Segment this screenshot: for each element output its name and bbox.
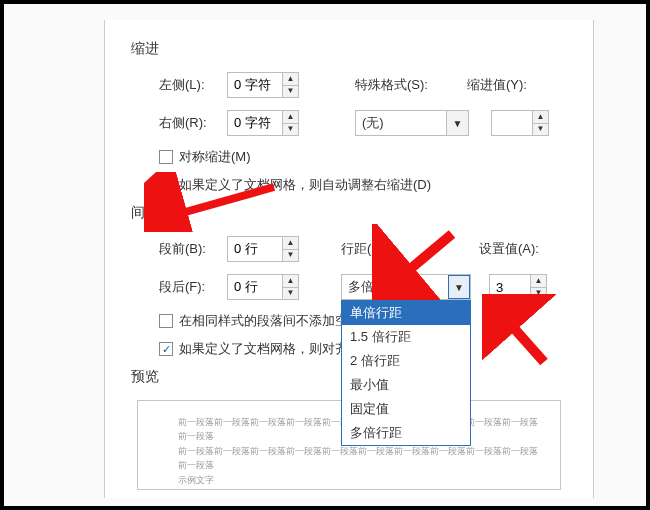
set-value-label: 设置值(A):: [479, 240, 547, 258]
before-input[interactable]: [228, 237, 282, 261]
special-format-select[interactable]: (无) ▼: [355, 110, 469, 136]
chevron-up-icon[interactable]: ▲: [283, 275, 298, 288]
paragraph-dialog: 缩进 左侧(L): ▲ ▼ 特殊格式(S): 缩进值(Y): 右侧(R): ▲ …: [104, 20, 594, 498]
preview-line: 前一段落前一段落前一段落前一段落前一段落前一段落前一段落前一段落前一段落前一段落…: [178, 444, 540, 473]
dropdown-option-min[interactable]: 最小值: [342, 373, 470, 397]
before-spinner[interactable]: ▲ ▼: [227, 236, 299, 262]
snap-grid-checkbox[interactable]: [159, 342, 173, 356]
line-spacing-select[interactable]: 多倍行距 ▼ 单倍行距 1.5 倍行距 2 倍行距 最小值 固定值 多倍行距: [341, 274, 471, 300]
no-space-same-label: 在相同样式的段落间不添加空格: [179, 312, 361, 330]
auto-adjust-row: 如果定义了文档网格，则自动调整右缩进(D): [159, 176, 567, 194]
set-value-spinner[interactable]: ▲ ▼: [489, 274, 547, 300]
spacing-section-title: 间距: [131, 204, 567, 222]
chevron-up-icon[interactable]: ▲: [533, 111, 548, 124]
chevron-down-icon[interactable]: ▼: [531, 288, 546, 300]
after-label: 段后(F):: [159, 278, 219, 296]
indent-right-input[interactable]: [228, 111, 282, 135]
indent-left-spinner[interactable]: ▲ ▼: [227, 72, 299, 98]
mirror-indent-label: 对称缩进(M): [179, 148, 251, 166]
dropdown-option-2[interactable]: 2 倍行距: [342, 349, 470, 373]
line-spacing-dropdown: 单倍行距 1.5 倍行距 2 倍行距 最小值 固定值 多倍行距: [341, 300, 471, 446]
chevron-up-icon[interactable]: ▲: [283, 237, 298, 250]
indent-left-label: 左侧(L):: [159, 76, 219, 94]
chevron-down-icon[interactable]: ▼: [533, 124, 548, 136]
chevron-up-icon[interactable]: ▲: [283, 111, 298, 124]
chevron-down-icon[interactable]: ▼: [283, 250, 298, 262]
set-value-input[interactable]: [490, 275, 530, 299]
no-space-same-checkbox[interactable]: [159, 314, 173, 328]
preview-line: 示例文字: [178, 473, 540, 487]
chevron-down-icon[interactable]: ▼: [283, 288, 298, 300]
auto-adjust-checkbox[interactable]: [159, 178, 173, 192]
after-spinner[interactable]: ▲ ▼: [227, 274, 299, 300]
indent-value-input[interactable]: [492, 111, 532, 135]
chevron-down-icon[interactable]: ▼: [446, 111, 468, 135]
special-format-value: (无): [356, 111, 446, 135]
special-format-label: 特殊格式(S):: [355, 76, 445, 94]
dropdown-option-single[interactable]: 单倍行距: [342, 301, 470, 325]
indent-section-title: 缩进: [131, 40, 567, 58]
chevron-down-icon[interactable]: ▼: [283, 124, 298, 136]
chevron-down-icon[interactable]: ▼: [283, 86, 298, 98]
indent-right-label: 右侧(R):: [159, 114, 219, 132]
mirror-indent-row: 对称缩进(M): [159, 148, 567, 166]
dropdown-option-1-5[interactable]: 1.5 倍行距: [342, 325, 470, 349]
indent-left-row: 左侧(L): ▲ ▼ 特殊格式(S): 缩进值(Y):: [159, 72, 567, 98]
chevron-down-icon[interactable]: ▼: [448, 275, 470, 299]
line-spacing-value: 多倍行距: [342, 275, 448, 299]
indent-value-label: 缩进值(Y):: [467, 76, 535, 94]
indent-value-spinner[interactable]: ▲ ▼: [491, 110, 549, 136]
before-label: 段前(B):: [159, 240, 219, 258]
spacing-before-row: 段前(B): ▲ ▼ 行距(N): 设置值(A):: [159, 236, 567, 262]
indent-right-spinner[interactable]: ▲ ▼: [227, 110, 299, 136]
indent-left-input[interactable]: [228, 73, 282, 97]
dropdown-option-fixed[interactable]: 固定值: [342, 397, 470, 421]
spacing-after-row: 段后(F): ▲ ▼ 多倍行距 ▼ 单倍行距 1.5 倍行距 2 倍行距 最小值…: [159, 274, 567, 300]
chevron-up-icon[interactable]: ▲: [283, 73, 298, 86]
chevron-up-icon[interactable]: ▲: [531, 275, 546, 288]
line-spacing-label: 行距(N):: [341, 240, 431, 258]
mirror-indent-checkbox[interactable]: [159, 150, 173, 164]
screenshot-frame: 缩进 左侧(L): ▲ ▼ 特殊格式(S): 缩进值(Y): 右侧(R): ▲ …: [0, 0, 650, 510]
after-input[interactable]: [228, 275, 282, 299]
indent-right-row: 右侧(R): ▲ ▼ (无) ▼ ▲ ▼: [159, 110, 567, 136]
auto-adjust-label: 如果定义了文档网格，则自动调整右缩进(D): [179, 176, 431, 194]
dropdown-option-multiple[interactable]: 多倍行距: [342, 421, 470, 445]
